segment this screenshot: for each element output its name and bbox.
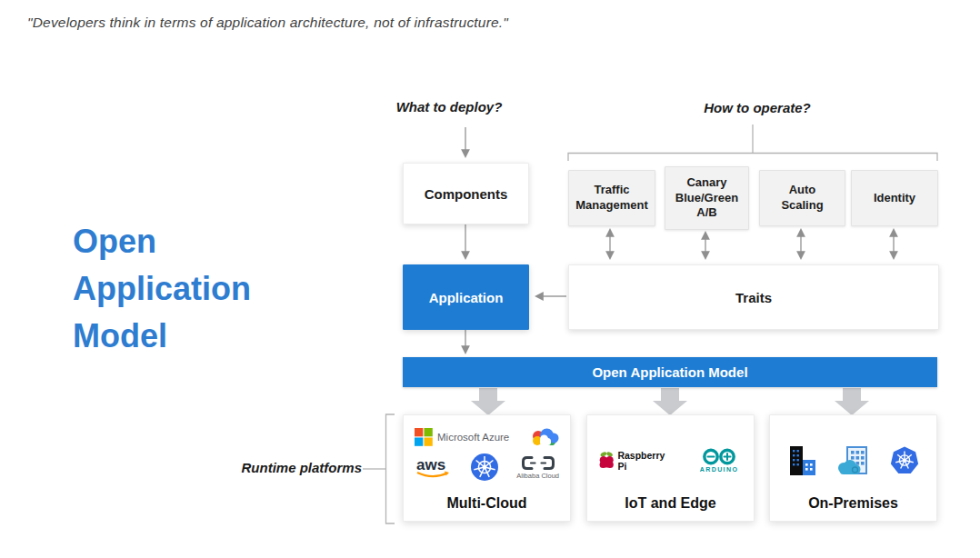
what-to-deploy-heading: What to deploy? bbox=[367, 99, 531, 115]
multicloud-logo-row-1: Microsoft Azure bbox=[415, 426, 559, 448]
aws-icon: aws bbox=[415, 455, 453, 480]
block-arrow-iot bbox=[653, 388, 687, 415]
on-premises-label: On-Premises bbox=[781, 495, 925, 512]
alibaba-cloud-icon bbox=[520, 455, 556, 471]
platform-box-iot-edge: Raspberry Pi ARDUINO IoT and Edge bbox=[586, 414, 755, 522]
raspberry-pi-icon bbox=[598, 449, 615, 473]
trait-box-traffic-management: Traffic Management bbox=[568, 170, 655, 226]
banner-label: Open Application Model bbox=[592, 364, 747, 380]
trait-label: Traffic Management bbox=[575, 183, 647, 214]
application-box: Application bbox=[403, 264, 529, 330]
onprem-logo-row bbox=[781, 426, 925, 495]
how-to-operate-heading: How to operate? bbox=[675, 100, 839, 115]
iot-logo-row: Raspberry Pi ARDUINO bbox=[598, 426, 743, 495]
arduino-logo: ARDUINO bbox=[699, 448, 743, 473]
traits-label: Traits bbox=[735, 290, 772, 305]
alibaba-cloud-logo: Alibaba Cloud bbox=[516, 455, 559, 480]
block-arrow-onprem bbox=[835, 388, 869, 415]
quote-text: "Developers think in terms of applicatio… bbox=[27, 15, 508, 31]
trait-box-identity: Identity bbox=[851, 170, 938, 226]
block-arrow-multicloud bbox=[471, 388, 505, 415]
microsoft-azure-icon bbox=[415, 428, 433, 446]
alibaba-cloud-label: Alibaba Cloud bbox=[516, 472, 559, 480]
trait-label: Identity bbox=[874, 191, 915, 206]
aws-label: aws bbox=[416, 456, 445, 473]
kubernetes-heptagon-icon bbox=[889, 446, 920, 475]
runtime-bracket bbox=[386, 414, 395, 523]
trait-label: Canary Blue/Green A/B bbox=[675, 175, 738, 222]
buildings-icon bbox=[787, 444, 818, 477]
runtime-platforms-heading: Runtime platforms bbox=[216, 460, 362, 475]
raspberry-pi-label: Raspberry Pi bbox=[617, 450, 672, 472]
google-cloud-icon bbox=[530, 426, 559, 448]
application-label: Application bbox=[429, 290, 504, 305]
arduino-icon: ARDUINO bbox=[699, 448, 743, 473]
diagram-canvas: "Developers think in terms of applicatio… bbox=[0, 0, 980, 558]
trait-box-canary-blue-green: Canary Blue/Green A/B bbox=[665, 166, 749, 230]
trait-label: Auto Scaling bbox=[781, 183, 823, 214]
traits-box: Traits bbox=[568, 264, 939, 330]
platform-box-multi-cloud: Microsoft Azure aws bbox=[403, 414, 571, 522]
platform-box-on-premises: On-Premises bbox=[769, 414, 937, 522]
components-label: Components bbox=[425, 186, 508, 202]
components-box: Components bbox=[403, 163, 529, 224]
cloud-building-icon bbox=[836, 444, 871, 477]
raspberry-pi-logo: Raspberry Pi bbox=[598, 449, 672, 473]
kubernetes-icon bbox=[471, 453, 498, 481]
trait-box-auto-scaling: Auto Scaling bbox=[759, 170, 845, 226]
page-title: Open Application Model bbox=[73, 218, 318, 361]
iot-and-edge-label: IoT and Edge bbox=[598, 495, 743, 512]
multi-cloud-label: Multi-Cloud bbox=[415, 495, 559, 512]
microsoft-azure-logo: Microsoft Azure bbox=[415, 428, 509, 446]
multicloud-logo-row-2: aws bbox=[415, 453, 559, 481]
azure-label: Microsoft Azure bbox=[437, 432, 509, 443]
operate-bracket bbox=[568, 154, 937, 162]
arduino-label: ARDUINO bbox=[700, 466, 738, 473]
open-application-model-banner: Open Application Model bbox=[403, 357, 937, 387]
